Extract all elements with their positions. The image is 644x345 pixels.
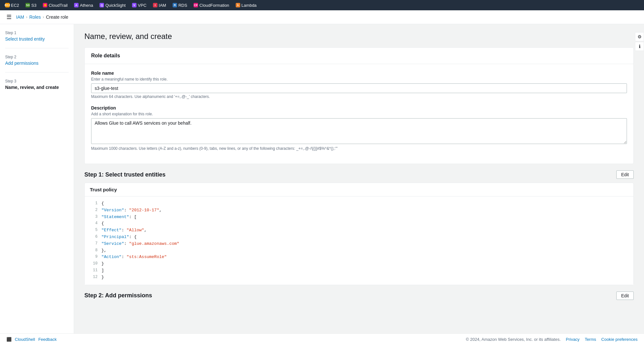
description-label: Description [91,105,627,110]
athena-icon: A [74,3,79,7]
step2-section: Step 2: Add permissions Edit [84,292,634,300]
code-line: 12} [85,274,633,281]
code-line: 4 { [85,220,633,227]
code-line: 9 "Action": "sts:AssumeRole" [85,254,633,261]
role-name-label: Role name [91,71,627,76]
cloudshell-icon: ⬛ [6,337,12,342]
lambda-icon: λ [236,3,240,7]
nav-lambda[interactable]: λ Lambda [233,2,259,8]
line-number: 9 [89,254,98,260]
step2-label: Step 2 [5,55,69,59]
code-line: 7 "Service": "glue.amazonaws.com" [85,241,633,247]
role-name-hint: Enter a meaningful name to identify this… [91,77,627,81]
breadcrumb-current: Create role [46,14,68,20]
code-text: } [101,261,104,267]
cookie-link[interactable]: Cookie preferences [601,337,638,342]
nav-quicksight[interactable]: Q QuickSight [97,2,128,8]
nav-rds[interactable]: R RDS [170,2,190,8]
nav-athena[interactable]: A Athena [71,2,96,8]
code-line: 3 "Statement": [ [85,214,633,221]
step3-text: Name, review, and create [5,85,59,90]
line-number: 2 [89,207,98,213]
cloudtrail-icon: 🔶 [43,3,47,7]
s3-icon: S3 [25,3,30,7]
code-text: "Version": "2012-10-17", [101,207,162,214]
right-panel: ⚙ ℹ [635,32,644,51]
trust-policy-header: Trust policy [85,183,633,196]
role-details-card: Role details Role name Enter a meaningfu… [84,47,634,164]
trust-policy-code: 1{2 "Version": "2012-10-17",3 "Statement… [85,196,633,285]
rds-icon: R [173,3,177,7]
code-line: 6 "Principal": { [85,234,633,241]
role-name-input[interactable] [91,83,627,93]
feedback-link[interactable]: Feedback [38,337,57,342]
step1-edit-button[interactable]: Edit [616,170,634,179]
cloudformation-icon: CF [194,3,198,7]
description-constraint: Maximum 1000 characters. Use letters (A-… [91,146,627,151]
footer: ⬛ CloudShell Feedback © 2024, Amazon Web… [0,333,644,345]
step1-label: Step 1 [5,31,69,35]
settings-icon[interactable]: ⚙ [635,32,644,41]
line-number: 12 [89,274,98,280]
step1-link[interactable]: Select trusted entity [5,36,45,42]
description-group: Description Add a short explanation for … [91,105,627,151]
line-number: 11 [89,267,98,273]
sidebar: Step 1 Select trusted entity Step 2 Add … [0,24,74,345]
breadcrumb-iam[interactable]: IAM [16,14,24,20]
description-textarea[interactable] [91,118,627,144]
copyright-text: © 2024, Amazon Web Services, Inc. or its… [466,337,561,342]
code-text: } [101,274,104,281]
footer-left: ⬛ CloudShell Feedback [6,337,57,342]
line-number: 4 [89,220,98,226]
step1-section-title: Step 1: Select trusted entities [84,171,166,178]
breadcrumb-bar: ☰ IAM › Roles › Create role [0,10,644,24]
hamburger-menu[interactable]: ☰ [6,13,14,21]
step2-section-title: Step 2: Add permissions [84,292,152,299]
nav-ec2[interactable]: EC2 EC2 [3,2,22,8]
nav-cloudtrail[interactable]: 🔶 CloudTrail [40,2,70,8]
code-line: 8 }, [85,247,633,254]
main-content: Name, review, and create Role details Ro… [74,24,644,345]
nav-vpc[interactable]: V VPC [129,2,149,8]
code-line: 1{ [85,200,633,207]
role-details-body: Role name Enter a meaningful name to ide… [85,64,633,164]
code-text: ] [101,267,104,274]
step1-section: Step 1: Select trusted entities Edit Tru… [84,170,634,285]
step2-edit-button[interactable]: Edit [616,292,634,300]
terms-link[interactable]: Terms [585,337,596,342]
line-number: 6 [89,234,98,240]
code-line: 5 "Effect": "Allow", [85,227,633,234]
top-navigation: EC2 EC2 S3 S3 🔶 CloudTrail A Athena Q Qu… [0,0,644,10]
info-icon[interactable]: ℹ [635,42,644,51]
step1-section-header: Step 1: Select trusted entities Edit [84,170,634,179]
step2-link[interactable]: Add permissions [5,61,39,66]
code-line: 10 } [85,261,633,267]
nav-iam[interactable]: I IAM [150,2,169,8]
line-number: 5 [89,227,98,233]
footer-right: © 2024, Amazon Web Services, Inc. or its… [466,337,638,342]
cloudshell-link[interactable]: CloudShell [15,337,35,342]
nav-cloudformation[interactable]: CF CloudFormation [191,2,232,8]
breadcrumb-sep-1: › [26,15,27,19]
breadcrumb-roles[interactable]: Roles [29,14,41,20]
step2-block: Step 2 Add permissions [5,55,69,72]
step3-label: Step 3 [5,79,69,83]
code-text: { [101,200,104,207]
code-line: 11 ] [85,267,633,274]
line-number: 8 [89,247,98,254]
nav-s3[interactable]: S3 S3 [23,2,39,8]
code-text: { [101,220,104,227]
privacy-link[interactable]: Privacy [566,337,580,342]
step3-block: Step 3 Name, review, and create [5,79,69,96]
role-name-constraint: Maximum 64 characters. Use alphanumeric … [91,94,627,99]
role-name-group: Role name Enter a meaningful name to ide… [91,71,627,99]
iam-icon: I [153,3,157,7]
code-text: "Principal": { [101,234,137,241]
code-text: "Statement": [ [101,214,137,221]
page-title: Name, review, and create [84,32,634,41]
code-text: }, [101,247,107,254]
description-hint: Add a short explanation for this role. [91,112,627,116]
step1-block: Step 1 Select trusted entity [5,31,69,48]
line-number: 10 [89,261,98,267]
role-details-header: Role details [85,48,633,64]
